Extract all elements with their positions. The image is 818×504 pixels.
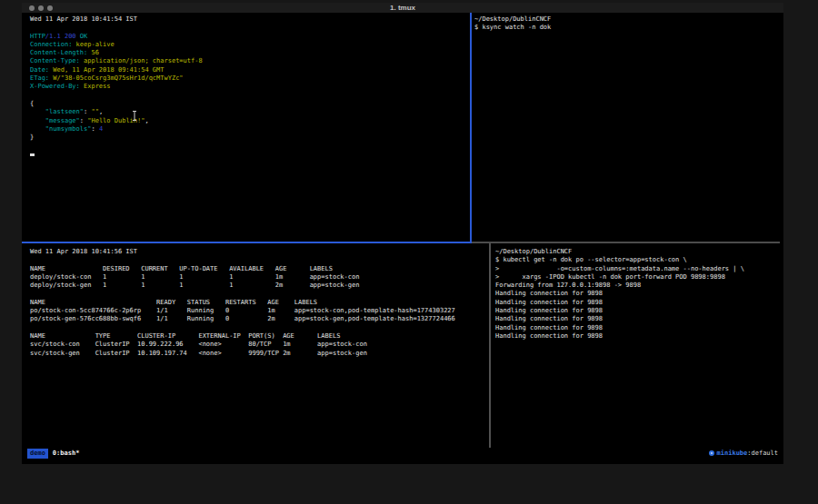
tmux-status-bar: demo 0:bash* minikube :default (22, 448, 783, 460)
pane-bottom-right-port-forward[interactable]: ~/Desktop/DublinCNCF$ kubectl get -n dok… (491, 243, 783, 448)
terminal-line: { (30, 100, 470, 108)
terminal-line (30, 92, 470, 100)
terminal-line: Forwarding from 127.0.0.1:9898 -> 9898 (495, 282, 783, 290)
terminal-line: ETag: W/"38-05coCsrg3mQ75sHr1d/qcMTwYZc" (30, 74, 470, 83)
terminal-line: deploy/stock-con 1 1 1 1 1m app=stock-co… (30, 273, 489, 282)
terminal-line: ~/Desktop/DublinCNCF (495, 248, 783, 256)
terminal-line: "lastseen": "", (30, 108, 470, 116)
terminal-line: Wed 11 Apr 2018 10:41:56 IST (30, 248, 489, 256)
terminal-line: Handling connection for 9898 (495, 324, 783, 332)
pane-content: ~/Desktop/DublinCNCF$ ksync watch -n dok (474, 15, 783, 33)
pane-content: Wed 11 Apr 2018 10:41:54 ISTHTTP/1.1 200… (30, 15, 470, 151)
terminal-line: > -o=custom-columns=:metadata.name --no-… (495, 265, 783, 273)
terminal-line (30, 290, 489, 298)
terminal-line: Wed 11 Apr 2018 10:41:54 IST (30, 15, 470, 24)
terminal-line: Date: Wed, 11 Apr 2018 09:41:54 GMT (30, 66, 470, 74)
window-tab-bash[interactable]: 0:bash* (53, 450, 80, 458)
terminal-line (30, 151, 470, 159)
terminal-line: Handling connection for 9898 (495, 332, 783, 341)
pane-bottom-left-kubectl-tables[interactable]: Wed 11 Apr 2018 10:41:56 ISTNAME DESIRED… (22, 243, 489, 448)
kube-namespace: :default (747, 450, 778, 458)
terminal-line: "message": "Hello Dublin!", (30, 117, 470, 125)
terminal-line: $ kubectl get -n dok po --selector=app=s… (495, 256, 783, 264)
terminal-line: } (30, 133, 470, 142)
terminal-line: Handling connection for 9898 (495, 315, 783, 323)
terminal-line: > xargs -IPOD kubectl -n dok port-forwar… (495, 273, 783, 282)
kubernetes-icon (709, 450, 714, 456)
window-titlebar[interactable]: 1. tmux (22, 3, 783, 13)
terminal-line: svc/stock-con ClusterIP 10.99.222.96 <no… (30, 341, 489, 349)
terminal-line: Handling connection for 9898 (495, 290, 783, 298)
terminal-line: X-Powered-By: Express (30, 83, 470, 91)
kube-status: minikube :default (709, 450, 778, 458)
pane-top-left-http-response[interactable]: Wed 11 Apr 2018 10:41:54 ISTHTTP/1.1 200… (22, 13, 470, 242)
terminal-line: HTTP/1.1 200 OK (30, 33, 470, 41)
desktop-background: 1. tmux Wed 11 Apr 2018 10:41:54 ISTHTTP… (0, 0, 818, 504)
terminal-line: ~/Desktop/DublinCNCF (474, 15, 783, 24)
terminal-window: 1. tmux Wed 11 Apr 2018 10:41:54 ISTHTTP… (22, 3, 783, 464)
terminal-line: Connection: keep-alive (30, 41, 470, 49)
terminal-cursor (30, 153, 35, 156)
terminal-line: NAME DESIRED CURRENT UP-TO-DATE AVAILABL… (30, 265, 489, 273)
terminal-line: "numsymbols": 4 (30, 125, 470, 133)
terminal-line (30, 142, 470, 150)
pane-content: ~/Desktop/DublinCNCF$ kubectl get -n dok… (495, 248, 783, 341)
tmux-terminal: Wed 11 Apr 2018 10:41:54 ISTHTTP/1.1 200… (22, 13, 783, 464)
pane-top-right-ksync[interactable]: ~/Desktop/DublinCNCF$ ksync watch -n dok (472, 13, 783, 242)
terminal-line: Handling connection for 9898 (495, 299, 783, 307)
terminal-line: deploy/stock-gen 1 1 1 1 2m app=stock-ge… (30, 282, 489, 290)
terminal-line: Handling connection for 9898 (495, 307, 783, 315)
terminal-line: NAME TYPE CLUSTER-IP EXTERNAL-IP PORT(S)… (30, 332, 489, 341)
terminal-line (30, 24, 470, 32)
terminal-line: po/stock-gen-576cc688bb-swqf6 1/1 Runnin… (30, 315, 489, 323)
terminal-line (30, 256, 489, 264)
pane-content: Wed 11 Apr 2018 10:41:56 ISTNAME DESIRED… (30, 248, 489, 358)
terminal-line (30, 324, 489, 332)
terminal-line: Content-Length: 56 (30, 49, 470, 57)
window-title: 1. tmux (22, 3, 783, 13)
terminal-line: svc/stock-gen ClusterIP 10.109.197.74 <n… (30, 350, 489, 358)
terminal-line: $ ksync watch -n dok (474, 24, 783, 32)
session-name-badge: demo (27, 449, 48, 459)
kube-context: minikube (717, 450, 748, 458)
terminal-line: NAME READY STATUS RESTARTS AGE LABELS (30, 299, 489, 307)
terminal-line: Content-Type: application/json; charset=… (30, 57, 470, 65)
terminal-line: po/stock-con-5cc874766c-2p6rp 1/1 Runnin… (30, 307, 489, 315)
